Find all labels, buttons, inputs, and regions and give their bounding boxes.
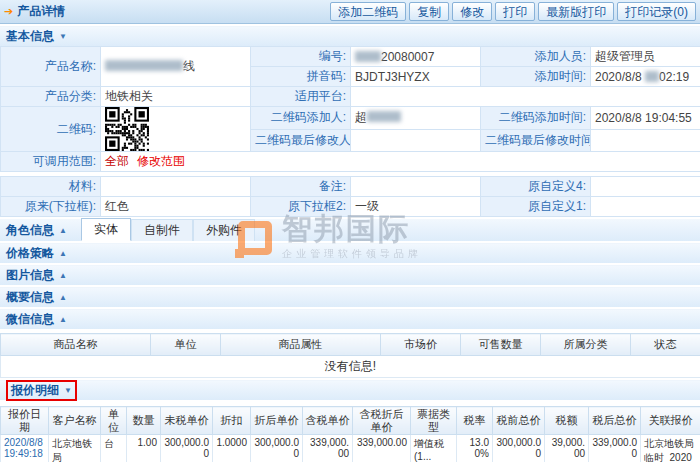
qr-editor-label: 二维码最后修改人: (251, 129, 351, 152)
section-title-wechat-info: 微信信息 (6, 311, 54, 328)
dropdown2-value: 一级 (351, 197, 481, 217)
section-title-price-strategy: 价格策略 (6, 245, 54, 262)
qrcode-label: 二维码: (1, 107, 101, 152)
tab-selfmade[interactable]: 自制件 (131, 219, 193, 241)
remark-label: 备注: (251, 177, 351, 197)
column-header: 税率 (457, 407, 493, 435)
chevron-down-icon: ▼ (59, 32, 67, 41)
dropdown2-label: 原下拉框2: (251, 197, 351, 217)
addtime-value: 2020/8/8 02:19 (591, 67, 700, 87)
column-header: 关联报价 (641, 407, 700, 435)
latest-print-button[interactable]: 最新版打印 (538, 2, 614, 21)
product-name-label: 产品名称: (1, 47, 101, 87)
discount-cell: 1.0000 (213, 435, 251, 462)
toolbar-title-area: ➔ 产品详情 (4, 3, 65, 20)
column-header: 报价日期 (1, 407, 49, 435)
qr-edittime-label: 二维码最后修改时间: (481, 129, 591, 152)
material-label: 材料: (1, 177, 101, 197)
chevron-up-icon: ▲ (59, 293, 67, 302)
product-name-value: 线 (101, 47, 251, 87)
column-header: 含税单价 (303, 407, 353, 435)
scope-value: 全部修改范围 (101, 152, 700, 172)
addtime-label: 添加时间: (481, 67, 591, 87)
print-records-button[interactable]: 打印记录(0) (617, 2, 696, 21)
qr-editor-value (351, 129, 481, 152)
qr-adder-value: 超 (351, 107, 481, 130)
remark-value (351, 177, 481, 197)
column-header: 单位 (101, 407, 127, 435)
annotation-red-box: 报价明细 ▼ (6, 380, 77, 401)
section-header-price-strategy[interactable]: 价格策略 ▲ (0, 243, 700, 263)
pinyin-label: 拼音码: (251, 67, 351, 87)
section-header-quote-detail[interactable]: 报价明细 ▼ (0, 380, 700, 400)
chevron-up-icon: ▲ (59, 249, 67, 258)
invoice-type-cell: 增值税(1... (411, 435, 457, 462)
redacted-text (367, 111, 401, 122)
redacted-text (105, 60, 183, 71)
print-button[interactable]: 打印 (495, 2, 535, 21)
modify-scope-link[interactable]: 修改范围 (137, 154, 185, 168)
code-label: 编号: (251, 47, 351, 67)
tax-amount-cell: 39,000.00 (545, 435, 589, 462)
section-title-summary-info: 概要信息 (6, 289, 54, 306)
qr-edittime-value (591, 129, 700, 152)
tab-purchased[interactable]: 外购件 (193, 219, 255, 241)
column-header: 单位 (151, 334, 221, 356)
custom1-value (591, 197, 700, 217)
custom1-label: 原自定义1: (481, 197, 591, 217)
category-value: 地铁相关 (101, 87, 251, 107)
taxed-price-cell: 339,000.00 (303, 435, 353, 462)
product-table-header-row: 商品名称 单位 商品属性 市场价 可售数量 所属分类 状态 (1, 334, 700, 356)
add-qrcode-button[interactable]: 添加二维码 (330, 2, 406, 21)
source-label: 原来(下拉框): (1, 197, 101, 217)
tab-entity[interactable]: 实体 (81, 218, 131, 241)
quote-date-link[interactable]: 2020/8/8 19:49:18 (1, 435, 49, 462)
section-header-role-info[interactable]: 角色信息 ▲ 实体 自制件 外购件 (0, 219, 700, 241)
column-header: 折后单价 (251, 407, 303, 435)
section-title-role-info: 角色信息 (6, 222, 54, 239)
section-title-quote-detail: 报价明细 (11, 382, 59, 399)
section-header-basic-info[interactable]: 基本信息 ▼ (0, 26, 700, 46)
qr-adder-label: 二维码添加人: (251, 107, 351, 130)
unit-cell: 台 (101, 435, 127, 462)
source-value: 红色 (101, 197, 251, 217)
discounted-price-cell: 300,000.00 (251, 435, 303, 462)
chevron-up-icon: ▲ (59, 226, 67, 235)
column-header: 数量 (127, 407, 161, 435)
quote-table-row: 2020/8/8 19:49:18 北京地铁局 台 1.00 300,000.0… (1, 435, 700, 462)
empty-message: 没有信息! (1, 356, 700, 378)
column-header: 折扣 (213, 407, 251, 435)
redacted-text (645, 71, 659, 82)
category-label: 产品分类: (1, 87, 101, 107)
column-header: 所属分类 (541, 334, 631, 356)
material-value (101, 177, 251, 197)
modify-button[interactable]: 修改 (452, 2, 492, 21)
forward-arrow-icon: ➔ (4, 5, 13, 18)
toolbar: ➔ 产品详情 添加二维码 复制 修改 打印 最新版打印 打印记录(0) (0, 0, 700, 24)
adder-label: 添加人员: (481, 47, 591, 67)
redacted-text (355, 51, 381, 62)
code-value: 20080007 (351, 47, 481, 67)
section-title-basic-info: 基本信息 (6, 28, 54, 45)
quantity-cell: 1.00 (127, 435, 161, 462)
tax-rate-cell: 13.00% (457, 435, 493, 462)
scope-label: 可调用范围: (1, 152, 101, 172)
column-header: 商品名称 (1, 334, 151, 356)
platform-value (351, 87, 700, 107)
column-header: 市场价 (381, 334, 461, 356)
customer-name-cell: 北京地铁局 (49, 435, 101, 462)
column-header: 客户名称 (49, 407, 101, 435)
copy-button[interactable]: 复制 (409, 2, 449, 21)
column-header: 税前总价 (493, 407, 545, 435)
role-tabs: 实体 自制件 外购件 (81, 219, 255, 241)
basic-info-form-extra: 材料: 备注: 原自定义4: 原来(下拉框): 红色 原下拉框2: 一级 原自定… (0, 176, 700, 217)
section-header-wechat-info[interactable]: 微信信息 ▲ (0, 309, 700, 329)
section-title-image-info: 图片信息 (6, 267, 54, 284)
related-quote-cell: 北京地铁局临时_20200808001 (641, 435, 700, 462)
section-header-summary-info[interactable]: 概要信息 ▲ (0, 287, 700, 307)
chevron-down-icon: ▼ (64, 386, 72, 395)
column-header: 含税折后单价 (353, 407, 411, 435)
column-header: 可售数量 (461, 334, 541, 356)
page-title: 产品详情 (17, 3, 65, 20)
section-header-image-info[interactable]: 图片信息 ▲ (0, 265, 700, 285)
